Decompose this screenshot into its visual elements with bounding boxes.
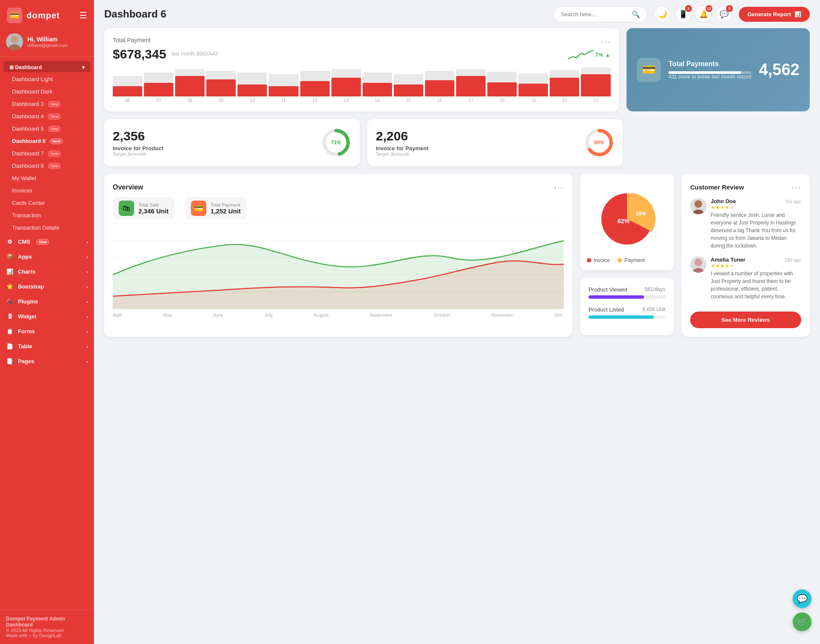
- bar-group: [487, 62, 517, 96]
- chevron-right-icon: ›: [86, 239, 88, 245]
- widget-icon: 🎛: [6, 313, 14, 320]
- reviewer-1-text: Friendly service Josh, Lunar and everyon…: [711, 211, 801, 250]
- sidebar-item-transaction-details[interactable]: Transaction Details: [0, 221, 94, 234]
- star-icon: ⭐: [6, 283, 14, 290]
- chevron-right-icon: ›: [86, 314, 88, 319]
- sidebar-item-bootstrap[interactable]: ⭐ Bootstrap ›: [0, 280, 94, 294]
- total-sale-chip: 🛍 Total Sale 2,346 Unit: [113, 197, 175, 219]
- page-title: Dashboard 6: [104, 8, 547, 20]
- content: Total Payment $678,345 last month $563,4…: [94, 28, 820, 347]
- invoice-product-card: 2,356 Invoice for Product Target 3k/mont…: [104, 119, 360, 166]
- bar-group: [113, 62, 142, 96]
- search-input[interactable]: [561, 11, 628, 17]
- invoice-product-donut: 71%: [321, 128, 351, 157]
- new-badge: New: [48, 101, 61, 107]
- sidebar-item-dashboard-light[interactable]: Dashboard Light: [0, 73, 94, 85]
- invoice-payment-donut: 90%: [584, 128, 614, 157]
- sidebar-item-forms[interactable]: 📋 Forms ›: [0, 324, 94, 338]
- bar-group: [175, 62, 205, 96]
- pie-legend: Invoice Payment: [587, 257, 667, 263]
- sidebar-item-widget[interactable]: 🎛 Widget ›: [0, 309, 94, 323]
- reviewer-2-name: Amelia Tuner: [711, 256, 745, 263]
- more-options-btn[interactable]: ···: [601, 37, 611, 47]
- total-payment-card: Total Payment $678,345 last month $563,4…: [104, 28, 619, 111]
- sidebar-item-charts[interactable]: 📊 Charts ›: [0, 265, 94, 279]
- sidebar-item-plugins[interactable]: 🔌 Plugins ›: [0, 294, 94, 309]
- bar-group: [237, 62, 267, 96]
- product-viewed-progress: [589, 295, 665, 299]
- sidebar-item-dashboard-8[interactable]: Dashboard 8New: [0, 160, 94, 172]
- blue-card-sub: 431 more to break last month record: [668, 74, 751, 80]
- total-sale-label: Total Sale: [138, 202, 169, 207]
- sidebar-item-cms[interactable]: ⚙ CMS New ›: [0, 235, 94, 249]
- menu-toggle-icon[interactable]: ☰: [79, 10, 87, 20]
- sidebar-item-dashboard-7[interactable]: Dashboard 7New: [0, 147, 94, 160]
- svg-point-18: [693, 268, 704, 273]
- wallet-icon: 💳: [637, 58, 661, 82]
- product-listed-progress: [589, 315, 665, 319]
- pie-chart: 62% 38%: [593, 185, 661, 253]
- svg-point-17: [694, 259, 702, 266]
- sidebar-user: Hi, William william@gmail.com: [0, 29, 94, 57]
- bar-group: [331, 62, 361, 96]
- reviewer-1-time: 5m ago: [785, 199, 801, 204]
- invoice-payment-value: 2,206: [376, 129, 429, 143]
- sidebar-item-table[interactable]: 📄 Table ›: [0, 339, 94, 353]
- total-payment-chip: 💳 Total Payment 1,252 Unit: [185, 197, 247, 219]
- bar-group: [206, 62, 236, 96]
- invoice-payment-target: Target 3k/month: [376, 152, 429, 157]
- see-more-reviews-button[interactable]: See More Reviews: [690, 312, 801, 328]
- payment-icon: 💳: [191, 201, 206, 216]
- total-payment-chip-label: Total Payment: [211, 202, 241, 207]
- product-listed-label: Product Listed: [589, 306, 624, 313]
- total-payment-chip-value: 1,252 Unit: [211, 207, 241, 215]
- blue-card-title: Total Payments: [668, 60, 751, 68]
- notifications-btn[interactable]: 🔔 12: [695, 6, 712, 22]
- chevron-right-icon: ›: [86, 359, 88, 364]
- overview-more-btn[interactable]: ···: [554, 182, 564, 192]
- sidebar-item-dashboard-6[interactable]: Dashboard 6New: [0, 135, 94, 147]
- chat-fab[interactable]: 💬: [793, 589, 811, 608]
- sidebar-item-transaction[interactable]: Transaction: [0, 209, 94, 221]
- svg-point-16: [693, 210, 704, 214]
- search-icon: 🔍: [632, 10, 640, 18]
- fab-wrap: 💬 🛒: [793, 589, 811, 631]
- trend-line-icon: [568, 48, 594, 61]
- review-more-btn[interactable]: ···: [791, 182, 801, 192]
- sidebar-item-cards-center[interactable]: Cards Center: [0, 197, 94, 209]
- product-listed-fill: [589, 315, 654, 319]
- last-month-label: last month $563,443: [171, 51, 218, 57]
- brand-name: Dompet Payment Admin Dashboard: [6, 616, 88, 628]
- row-3: Overview ··· 🛍 Total Sale 2,346 Unit 💳: [104, 174, 810, 337]
- product-stats-card: Product Viewed 561/days Product Listed 3…: [580, 278, 674, 335]
- bar-group: [456, 62, 486, 96]
- sidebar-item-my-wallet[interactable]: My Wallet: [0, 172, 94, 184]
- sidebar-item-dashboard-3[interactable]: Dashboard 3New: [0, 98, 94, 110]
- messages-btn[interactable]: 💬 5: [716, 6, 732, 22]
- search-bar[interactable]: 🔍: [554, 6, 647, 22]
- chevron-right-icon: ›: [86, 299, 88, 304]
- bar-chart: 06070809101112131415161718192021: [113, 62, 610, 103]
- sidebar: 💳 dompet ☰ Hi, William william@gmail.com…: [0, 0, 94, 644]
- invoice-payment-card: 2,206 Invoice for Payment Target 3k/mont…: [367, 119, 623, 166]
- sidebar-item-dashboard-4[interactable]: Dashboard 4New: [0, 110, 94, 122]
- sidebar-item-dashboard-dark[interactable]: Dashboard Dark: [0, 85, 94, 98]
- reviewer-1-stars: ★★★★★: [711, 204, 801, 210]
- theme-toggle-btn[interactable]: 🌙: [654, 6, 671, 22]
- main-content: Dashboard 6 🔍 🌙 📱 2 🔔 12 💬 5 Generate Re…: [94, 0, 820, 644]
- invoice-product-target: Target 3k/month: [113, 152, 163, 157]
- sidebar-item-pages[interactable]: 📑 Pages ›: [0, 354, 94, 368]
- notifications-badge: 12: [706, 5, 712, 12]
- generate-report-button[interactable]: Generate Report 📊: [739, 7, 810, 22]
- sidebar-item-invoices[interactable]: Invoices: [0, 184, 94, 197]
- dashboard-nav-header[interactable]: ⊞ Dashboard ▾: [3, 61, 91, 72]
- product-listed-value: 3,456 Unit: [642, 306, 665, 313]
- payment-dot: [618, 258, 622, 262]
- cart-fab[interactable]: 🛒: [793, 612, 811, 631]
- apps-btn[interactable]: 📱 2: [675, 6, 691, 22]
- reviewer-1-avatar: [690, 198, 706, 214]
- bar-group: [550, 62, 579, 96]
- bar-group: [581, 62, 610, 96]
- sidebar-item-dashboard-5[interactable]: Dashboard 5New: [0, 122, 94, 135]
- sidebar-item-apps[interactable]: 📦 Apps ›: [0, 250, 94, 264]
